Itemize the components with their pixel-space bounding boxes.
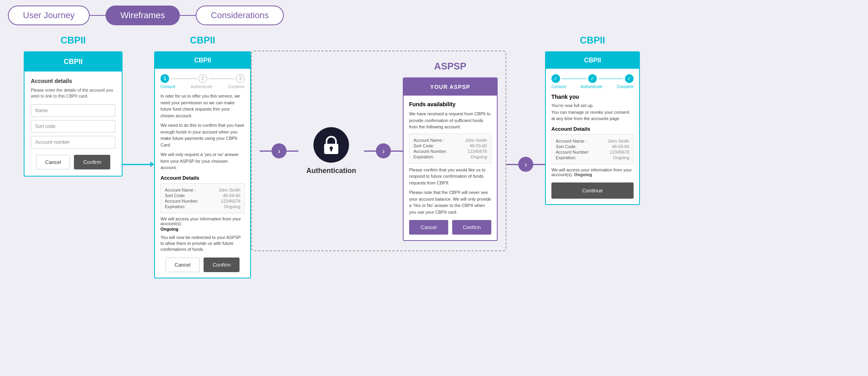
row-account-name: Account Name : John Smith bbox=[165, 188, 240, 192]
right-ongoing: Ongoing bbox=[574, 172, 592, 177]
right-step1: ✓ bbox=[551, 74, 560, 83]
nav-wireframes[interactable]: Wireframes bbox=[106, 6, 180, 25]
right-arrow-circle: › bbox=[376, 143, 391, 158]
connector-aspsp-right: › bbox=[506, 157, 545, 172]
step-line-1 bbox=[171, 79, 197, 79]
line-4 bbox=[506, 164, 518, 165]
account-details-title: Account Details bbox=[160, 175, 245, 181]
card1-description: Please enter the details of the account … bbox=[31, 87, 115, 100]
connector-2-auth: › bbox=[260, 143, 298, 158]
card1-btn-row: Cancel Confirm bbox=[31, 155, 115, 169]
top-navigation: User Journey Wireframes Considerations bbox=[0, 0, 868, 31]
cbpii-consent-label: CBPII bbox=[190, 35, 215, 46]
lock-icon bbox=[323, 135, 340, 155]
name-field[interactable]: Name bbox=[31, 104, 115, 117]
card2-info1: We need to do this to confirm that you h… bbox=[160, 122, 245, 148]
aspsp-label: ASPSP bbox=[434, 61, 466, 72]
step1: 1 bbox=[160, 74, 169, 83]
card1-title: Account details bbox=[31, 78, 115, 84]
thank-you-title: Thank you bbox=[551, 94, 634, 100]
col-cbpii-consent: CBPII CBPII 1 2 3 bbox=[154, 35, 251, 278]
line-2 bbox=[260, 150, 272, 152]
right-step-line-2 bbox=[598, 79, 623, 79]
aspsp-row-exp: Expiration: Ongoing bbox=[413, 154, 487, 159]
step2: 2 bbox=[198, 74, 207, 83]
right-row-acct: Account Number: 12345678 bbox=[556, 150, 629, 154]
step-labels: Consent Authenticate Complete bbox=[160, 85, 245, 89]
step2-circle: 2 bbox=[198, 74, 207, 83]
col-aspsp: ASPSP YOUR ASPSP Funds availability We h… bbox=[403, 61, 498, 241]
connector-circle-right: › bbox=[518, 157, 533, 172]
step1-label: Consent bbox=[160, 85, 175, 89]
right-row-sort: Sort Code: 48-59-60 bbox=[556, 144, 629, 149]
right-step-labels: Consent Authenticate Complete bbox=[551, 85, 634, 89]
card2-btn-row: Cancel Confirm bbox=[160, 258, 245, 272]
card2-confirm-button[interactable]: Confirm bbox=[204, 258, 240, 272]
card-right-header: CBPII bbox=[546, 52, 639, 69]
step1-circle: 1 bbox=[160, 74, 169, 83]
right-step3-label: Complete bbox=[617, 85, 634, 89]
continue-button[interactable]: Continue bbox=[551, 182, 634, 199]
aspsp-row-sort: Sort Code: 48-59-60 bbox=[413, 143, 487, 148]
right-step2-label: Authenticate bbox=[580, 85, 602, 89]
line-3 bbox=[364, 150, 376, 152]
step3-label: Complete bbox=[228, 85, 245, 89]
card1: CBPII Account details Please enter the d… bbox=[24, 51, 123, 177]
right-step3: ✓ bbox=[625, 74, 634, 83]
step-line-2 bbox=[209, 79, 235, 79]
card1-confirm-button[interactable]: Confirm bbox=[74, 155, 110, 169]
left-arrow-circle: › bbox=[272, 143, 287, 158]
right-step3-check: ✓ bbox=[625, 74, 634, 83]
auth-label: Authentication bbox=[306, 167, 356, 175]
card2-info2: We will only request a 'yes or no' answe… bbox=[160, 151, 245, 171]
card2-cancel-button[interactable]: Cancel bbox=[166, 258, 200, 272]
auth-lock-circle bbox=[313, 127, 349, 163]
aspsp-title: Funds availability bbox=[409, 101, 491, 107]
card-right: CBPII ✓ ✓ ✓ Consent bbox=[545, 51, 640, 205]
aspsp-btn-row: Cancel Confirm bbox=[409, 220, 491, 235]
connector-1-2 bbox=[123, 162, 154, 167]
right-acct-details-title: Account Details bbox=[551, 126, 634, 132]
right-row-name: Account Name : John Smith bbox=[556, 139, 629, 143]
right-step-line-1 bbox=[562, 79, 587, 79]
line-2b bbox=[287, 150, 298, 152]
line-4b bbox=[533, 164, 545, 165]
right-step1-label: Consent bbox=[551, 85, 566, 89]
right-steps-row: ✓ ✓ ✓ bbox=[551, 74, 634, 83]
step2-label: Authenticate bbox=[191, 85, 213, 89]
aspsp-details-table: Account Name : John Smith Sort Code: 48-… bbox=[409, 133, 491, 164]
row-sort-code: Sort Code: 48-59-60 bbox=[165, 193, 240, 198]
row-account-num: Account Number: 12345678 bbox=[165, 199, 240, 203]
right-row-exp: Expiration: Ongoing bbox=[556, 155, 629, 160]
step3-circle: 3 bbox=[236, 74, 245, 83]
aspsp-card: YOUR ASPSP Funds availability We have re… bbox=[403, 77, 498, 241]
card1-cancel-button[interactable]: Cancel bbox=[36, 155, 70, 169]
card-right-body: ✓ ✓ ✓ Consent Authenticate Complete bbox=[546, 69, 639, 204]
nav-pill: User Journey Wireframes Considerations bbox=[8, 6, 284, 25]
card2: CBPII 1 2 3 Cons bbox=[154, 51, 251, 278]
cbpii-left-label: CBPII bbox=[60, 35, 86, 46]
card2-header: CBPII bbox=[155, 52, 250, 69]
svg-rect-2 bbox=[330, 148, 332, 151]
account-details-table-card2: Account Name : John Smith Sort Code: 48-… bbox=[160, 183, 245, 213]
aspsp-row-acct: Account Number: 12345678 bbox=[413, 149, 487, 154]
cbpii-right-label: CBPII bbox=[580, 35, 605, 46]
nav-user-journey[interactable]: User Journey bbox=[8, 6, 90, 25]
arrow-1 bbox=[150, 162, 154, 167]
auth-center: Authentication bbox=[298, 119, 364, 183]
nav-connector-1 bbox=[90, 15, 106, 16]
account-number-field[interactable]: Account number bbox=[31, 136, 115, 149]
aspsp-card-body: Funds availability We have received a re… bbox=[404, 96, 497, 240]
aspsp-confirm-button[interactable]: Confirm bbox=[452, 220, 491, 235]
right-step1-check: ✓ bbox=[551, 74, 560, 83]
right-step2: ✓ bbox=[588, 74, 597, 83]
col-cbpii-right: CBPII CBPII ✓ ✓ ✓ bbox=[545, 35, 640, 205]
aspsp-intro: We have received a request from CBPII to… bbox=[409, 111, 491, 130]
right-details-table: Account Name : John Smith Sort Code: 48-… bbox=[551, 134, 634, 164]
right-step2-check: ✓ bbox=[588, 74, 597, 83]
ongoing-label: Ongoing bbox=[160, 227, 178, 231]
nav-considerations[interactable]: Considerations bbox=[196, 6, 284, 25]
sort-code-field[interactable]: Sort code bbox=[31, 120, 115, 133]
aspsp-cancel-button[interactable]: Cancel bbox=[409, 220, 448, 235]
line-3b bbox=[391, 150, 403, 152]
